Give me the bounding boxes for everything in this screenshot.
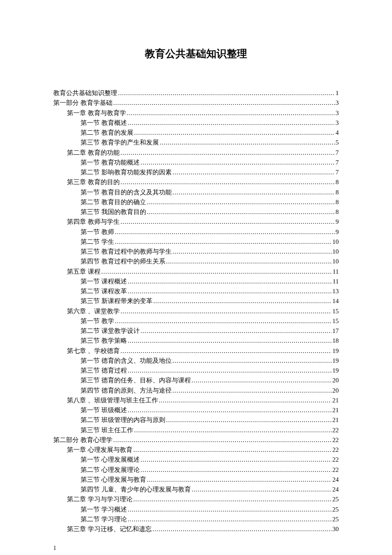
- toc-entry-label: 第三节 教育过程中的教师与学生: [81, 247, 172, 257]
- toc-entry-label: 第三节 我国的教育目的: [81, 207, 146, 217]
- toc-entry: 第一节 教师9: [53, 227, 339, 237]
- toc-entry-label: 第一章 教育与教育学: [67, 108, 126, 118]
- toc-leader-dots: [127, 118, 336, 128]
- toc-entry: 第二章 教育的功能7: [53, 148, 339, 158]
- toc-entry: 第四节 德育的原则、方法与途径20: [53, 386, 339, 396]
- toc-leader-dots: [140, 455, 332, 465]
- toc-leader-dots: [172, 168, 336, 177]
- toc-entry-label: 第二节 课堂教学设计: [81, 326, 140, 336]
- toc-leader-dots: [165, 415, 332, 425]
- toc-entry-page: 20: [332, 376, 339, 385]
- toc-entry-label: 第二节 教育目的的确立: [81, 197, 146, 207]
- toc-entry-label: 第三节 新课程带来的变革: [81, 296, 153, 306]
- toc-entry: 第一节 学习概述25: [53, 505, 339, 515]
- toc-entry: 第二节 学生10: [53, 237, 339, 247]
- toc-entry-label: 第三节 教学策略: [81, 336, 127, 346]
- toc-entry: 第一部分 教育学基础3: [53, 98, 339, 108]
- toc-leader-dots: [133, 128, 336, 138]
- toc-leader-dots: [140, 465, 332, 475]
- toc-entry-label: 第三节 心理发展与教育: [81, 475, 146, 485]
- toc-leader-dots: [114, 237, 332, 247]
- toc-entry-page: 9: [336, 227, 339, 237]
- toc-leader-dots: [127, 515, 332, 524]
- toc-entry: 第一节 教育概述3: [53, 118, 339, 128]
- toc-entry-label: 第一节 教育功能概述: [81, 158, 140, 168]
- toc-entry: 第一节 课程概述11: [53, 277, 339, 286]
- toc-entry-label: 第二节 学习理论: [81, 515, 127, 524]
- toc-entry-label: 第三节 班主任工作: [81, 425, 133, 435]
- toc-entry-page: 25: [332, 494, 339, 504]
- toc-leader-dots: [146, 197, 336, 207]
- toc-entry-page: 17: [332, 326, 339, 336]
- toc-leader-dots: [101, 267, 333, 277]
- toc-entry: 第二节 教育目的的确立8: [53, 197, 339, 207]
- toc-entry-label: 第四章 教师与学生: [67, 217, 120, 227]
- toc-entry: 第一章 心理发展与教育22: [53, 445, 339, 455]
- toc-entry-page: 22: [332, 455, 339, 465]
- toc-leader-dots: [120, 217, 336, 227]
- toc-leader-dots: [120, 346, 332, 356]
- toc-leader-dots: [120, 177, 336, 187]
- toc-leader-dots: [127, 336, 332, 346]
- toc-entry: 第三节 我国的教育目的8: [53, 207, 339, 217]
- toc-entry: 第一节 德育的含义、功能及地位19: [53, 356, 339, 366]
- toc-entry-label: 第一节 教学: [81, 316, 114, 326]
- toc-entry-label: 第一节 学习概述: [81, 505, 127, 515]
- toc-leader-dots: [127, 366, 332, 376]
- toc-entry-page: 9: [336, 217, 339, 227]
- toc-leader-dots: [191, 376, 332, 385]
- toc-entry-page: 19: [332, 366, 339, 376]
- toc-entry-page: 5: [336, 138, 339, 147]
- toc-entry-label: 第三章 教育的目的: [67, 177, 120, 187]
- toc-entry-label: 第五章 课程: [67, 267, 101, 277]
- toc-entry-label: 第一章 心理发展与教育: [67, 445, 133, 455]
- toc-leader-dots: [165, 257, 332, 266]
- toc-entry: 第四节 儿童、青少年的心理发展与教育24: [53, 485, 339, 494]
- toc-entry: 第三节 德育过程19: [53, 366, 339, 376]
- toc-entry: 第三节 教学策略18: [53, 336, 339, 346]
- toc-entry-label: 第四节 德育的原则、方法与途径: [81, 386, 172, 396]
- toc-leader-dots: [112, 435, 332, 445]
- toc-entry-label: 第二部分 教育心理学: [53, 435, 112, 445]
- toc-leader-dots: [114, 227, 336, 237]
- toc-entry: 第二章 学习与学习理论25: [53, 494, 339, 504]
- toc-entry-label: 第一节 课程概述: [81, 277, 127, 286]
- toc-leader-dots: [127, 505, 332, 515]
- toc-leader-dots: [112, 98, 336, 108]
- toc-leader-dots: [153, 296, 332, 306]
- document-title: 教育公共基础知识整理: [53, 47, 339, 61]
- toc-leader-dots: [127, 405, 332, 415]
- toc-entry: 第二节 课程改革13: [53, 286, 339, 296]
- toc-entry-page: 24: [332, 475, 339, 485]
- toc-entry-page: 11: [333, 277, 339, 286]
- toc-entry: 第六章 、课堂教学15: [53, 306, 339, 316]
- toc-entry: 第三节 心理发展与教育24: [53, 475, 339, 485]
- toc-entry-label: 第三节 教育学的产生和发展: [81, 138, 159, 147]
- toc-entry-page: 14: [332, 296, 339, 306]
- toc-entry: 第二节 班级管理的内容与原则21: [53, 415, 339, 425]
- toc-leader-dots: [158, 396, 332, 405]
- toc-entry-page: 10: [332, 247, 339, 257]
- toc-entry-page: 18: [332, 336, 339, 346]
- toc-entry-page: 11: [333, 267, 339, 277]
- toc-entry: 第三节 德育的任务、目标、内容与课程20: [53, 376, 339, 385]
- toc-entry: 第一节 班级概述21: [53, 405, 339, 415]
- toc-leader-dots: [114, 316, 332, 326]
- toc-entry-label: 第二节 影响教育功能发挥的因素: [81, 168, 172, 177]
- toc-leader-dots: [172, 386, 332, 396]
- toc-entry-page: 8: [336, 177, 339, 187]
- toc-leader-dots: [172, 247, 332, 257]
- toc-entry: 第二部分 教育心理学22: [53, 435, 339, 445]
- toc-entry-label: 第四节 教育过程中的师生关系: [81, 257, 165, 266]
- toc-entry: 第二节 教育的发展4: [53, 128, 339, 138]
- toc-entry: 第五章 课程11: [53, 267, 339, 277]
- toc-leader-dots: [172, 356, 332, 366]
- toc-entry-label: 第二节 心理发展理论: [81, 465, 140, 475]
- toc-entry-page: 8: [336, 207, 339, 217]
- toc-entry-page: 7: [336, 148, 339, 158]
- toc-leader-dots: [117, 88, 336, 98]
- toc-entry-page: 25: [332, 505, 339, 515]
- toc-entry: 第三章 教育的目的8: [53, 177, 339, 187]
- toc-entry: 第三节 教育学的产生和发展5: [53, 138, 339, 147]
- page-number: 1: [53, 545, 339, 552]
